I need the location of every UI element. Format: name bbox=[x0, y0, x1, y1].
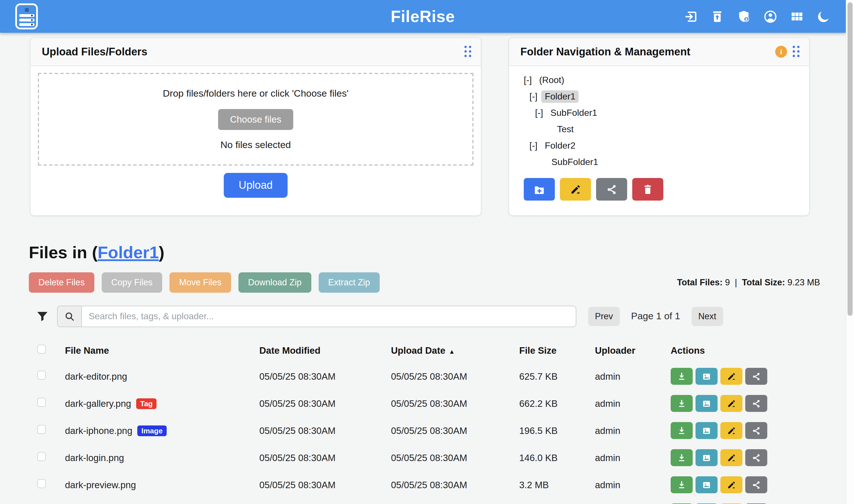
create-folder-button[interactable] bbox=[524, 178, 555, 201]
download-button[interactable] bbox=[671, 476, 693, 493]
tree-item-folder2[interactable]: [-]Folder2 bbox=[509, 137, 809, 154]
row-actions bbox=[671, 395, 773, 412]
col-upload-date[interactable]: Upload Date▲ bbox=[391, 345, 519, 356]
tree-label[interactable]: SubFolder1 bbox=[548, 156, 601, 168]
col-file-size[interactable]: File Size bbox=[519, 345, 595, 356]
app-viewport: FileRise bbox=[0, 0, 854, 504]
logout-icon[interactable] bbox=[683, 9, 698, 24]
share-folder-button[interactable] bbox=[596, 178, 627, 201]
upload-date: 05/05/25 08:30AM bbox=[391, 480, 519, 490]
row-checkbox[interactable] bbox=[37, 425, 46, 434]
download-button[interactable] bbox=[671, 422, 693, 439]
col-actions: Actions bbox=[671, 345, 773, 356]
page-scrollbar[interactable] bbox=[846, 0, 854, 504]
tree-label[interactable]: Test bbox=[554, 123, 577, 135]
row-checkbox[interactable] bbox=[37, 371, 46, 380]
preview-button[interactable] bbox=[695, 449, 717, 466]
info-icon[interactable]: i bbox=[775, 46, 787, 58]
edit-button[interactable] bbox=[720, 449, 742, 466]
preview-button[interactable] bbox=[695, 476, 717, 493]
col-date-modified[interactable]: Date Modified bbox=[259, 345, 391, 356]
share-button[interactable] bbox=[745, 449, 767, 466]
download-button[interactable] bbox=[671, 395, 693, 412]
file-name[interactable]: dark-preview.png bbox=[65, 480, 136, 490]
share-button[interactable] bbox=[745, 422, 767, 439]
select-all-checkbox[interactable] bbox=[37, 345, 46, 354]
share-button[interactable] bbox=[745, 476, 767, 493]
tree-toggle[interactable]: [-] bbox=[524, 75, 532, 85]
download-button[interactable] bbox=[671, 449, 693, 466]
row-checkbox[interactable] bbox=[37, 398, 46, 407]
download-icon bbox=[677, 480, 687, 490]
file-name[interactable]: dark-iphone.png bbox=[65, 425, 132, 436]
trash-restore-icon[interactable] bbox=[710, 9, 725, 24]
tree-label[interactable]: SubFolder1 bbox=[547, 107, 600, 119]
file-name[interactable]: dark-editor.png bbox=[65, 371, 127, 382]
drag-handle-icon[interactable] bbox=[793, 46, 800, 58]
row-checkbox[interactable] bbox=[37, 479, 46, 488]
uploader: admin bbox=[595, 480, 671, 490]
folder-card: Folder Navigation & Management i [-](Roo… bbox=[509, 37, 810, 216]
tree-label[interactable]: Folder2 bbox=[541, 139, 579, 152]
date-modified: 05/05/25 08:30AM bbox=[259, 398, 391, 409]
share-icon bbox=[751, 426, 761, 435]
tree-item-test[interactable]: Test bbox=[509, 121, 809, 137]
file-size: 146.0 KB bbox=[519, 452, 595, 463]
drag-handle-icon[interactable] bbox=[465, 46, 472, 58]
delete-files-button[interactable]: Delete Files bbox=[29, 272, 94, 293]
preview-button[interactable] bbox=[695, 395, 717, 412]
current-folder-link[interactable]: Folder1 bbox=[97, 243, 159, 262]
tree-toggle[interactable]: [-] bbox=[529, 91, 537, 102]
filter-icon[interactable] bbox=[36, 310, 49, 323]
prev-page-button[interactable]: Prev bbox=[588, 307, 620, 326]
edit-button[interactable] bbox=[720, 395, 742, 412]
preview-button[interactable] bbox=[695, 422, 717, 439]
move-files-button[interactable]: Move Files bbox=[169, 272, 231, 293]
tree-item-subfolder1[interactable]: SubFolder1 bbox=[509, 154, 809, 170]
upload-date: 05/05/25 08:30AM bbox=[391, 452, 519, 463]
trash-icon bbox=[642, 183, 654, 195]
tree-label[interactable]: Folder1 bbox=[541, 90, 579, 103]
scrollbar-thumb[interactable] bbox=[848, 2, 853, 316]
edit-button[interactable] bbox=[720, 368, 742, 385]
col-uploader[interactable]: Uploader bbox=[595, 345, 671, 356]
file-dropzone[interactable]: Drop files/folders here or click 'Choose… bbox=[38, 73, 473, 165]
file-name[interactable]: dark-login.png bbox=[65, 452, 124, 463]
next-page-button[interactable]: Next bbox=[692, 307, 723, 326]
copy-files-button[interactable]: Copy Files bbox=[102, 272, 162, 293]
choose-files-button[interactable]: Choose files bbox=[218, 109, 293, 130]
search-group bbox=[57, 306, 576, 327]
tree-toggle[interactable]: [-] bbox=[535, 108, 543, 118]
search-input[interactable] bbox=[82, 306, 576, 327]
share-button[interactable] bbox=[745, 395, 767, 412]
file-toolbar: Delete FilesCopy FilesMove FilesDownload… bbox=[29, 272, 380, 293]
download-button[interactable] bbox=[671, 368, 693, 385]
row-checkbox[interactable] bbox=[37, 452, 46, 461]
download-icon bbox=[677, 453, 687, 463]
tree-item-subfolder1[interactable]: [-]SubFolder1 bbox=[509, 105, 809, 121]
delete-folder-button[interactable] bbox=[632, 178, 663, 201]
user-profile-icon[interactable] bbox=[763, 9, 778, 24]
grid-view-icon[interactable] bbox=[789, 9, 804, 24]
share-button[interactable] bbox=[745, 368, 767, 385]
admin-shield-icon[interactable] bbox=[737, 9, 751, 24]
tree-item-folder1[interactable]: [-]Folder1 bbox=[509, 88, 809, 105]
row-actions bbox=[671, 449, 773, 466]
dark-mode-icon[interactable] bbox=[816, 9, 831, 24]
file-size: 625.7 KB bbox=[519, 371, 595, 382]
rename-folder-button[interactable] bbox=[560, 178, 591, 201]
tree-toggle[interactable]: [-] bbox=[529, 140, 537, 150]
tree-item-root[interactable]: [-](Root) bbox=[509, 72, 809, 88]
extract-zip-button[interactable]: Extract Zip bbox=[319, 272, 380, 293]
edit-button[interactable] bbox=[720, 422, 742, 439]
edit-button[interactable] bbox=[720, 476, 742, 493]
folder-actions bbox=[509, 170, 809, 201]
preview-button[interactable] bbox=[695, 368, 717, 385]
upload-button[interactable]: Upload bbox=[224, 173, 287, 198]
col-file-name[interactable]: File Name bbox=[65, 345, 259, 356]
table-header-row: File Name Date Modified Upload Date▲ Fil… bbox=[30, 338, 832, 363]
tree-label[interactable]: (Root) bbox=[535, 74, 567, 86]
file-name[interactable]: dark-gallery.png bbox=[65, 398, 131, 409]
download-zip-button[interactable]: Download Zip bbox=[238, 272, 311, 293]
edit-pen-icon bbox=[727, 426, 736, 435]
